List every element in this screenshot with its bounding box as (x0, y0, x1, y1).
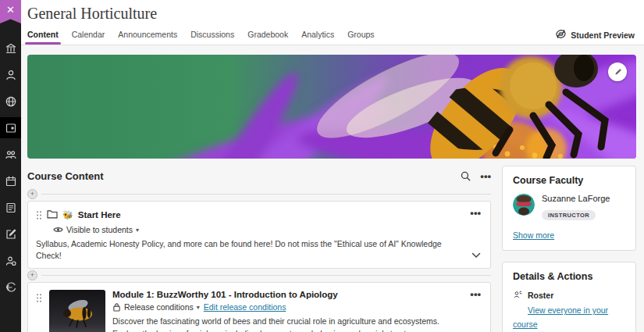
content-region: Course Content ••• + (21, 45, 644, 332)
tools-icon[interactable] (0, 250, 21, 271)
roster-link[interactable]: View everyone in your course (513, 305, 608, 329)
lock-icon (112, 302, 121, 312)
show-more-link[interactable]: Show more (513, 230, 554, 240)
course-banner-image (27, 55, 636, 159)
instructor-avatar (513, 194, 535, 216)
activity-stream-icon[interactable] (0, 91, 21, 112)
instructor-name: Suzanne LaForge (542, 194, 610, 203)
item-description: Syllabus, Academic Honesty Policy, and m… (36, 238, 467, 262)
drag-handle-icon[interactable] (36, 293, 42, 332)
content-item-start-here: ••• 🐝 Start Here (27, 201, 491, 269)
item-description: Discover the fascinating world of bees a… (112, 316, 467, 332)
content-item-module-1: ••• (27, 282, 491, 332)
add-content-icon[interactable]: + (27, 270, 37, 280)
courses-icon[interactable] (0, 117, 21, 138)
tab-content[interactable]: Content (27, 26, 59, 45)
release-conditions-dropdown[interactable]: Release conditions ▾ (112, 302, 200, 312)
course-content-more-icon[interactable]: ••• (480, 171, 491, 181)
instructor-role-badge: INSTRUCTOR (542, 210, 596, 220)
visibility-label: Visible to students (66, 225, 133, 234)
close-icon[interactable]: ✕ (0, 0, 21, 23)
course-faculty-panel: Course Faculty S (502, 166, 636, 251)
student-preview-label: Student Preview (571, 30, 635, 40)
student-preview-button[interactable]: Student Preview (555, 29, 635, 45)
item-title-link[interactable]: Module 1: BuzzWorthy 101 - Introduction … (112, 290, 467, 299)
edit-banner-button[interactable] (608, 62, 627, 81)
institution-icon[interactable] (0, 37, 21, 59)
tab-announcements[interactable]: Announcements (118, 26, 177, 45)
add-content-divider: + (27, 187, 491, 201)
add-content-icon[interactable]: + (27, 189, 37, 199)
add-content-divider: + (27, 269, 491, 282)
item-title-link[interactable]: Start Here (78, 210, 121, 220)
drag-handle-icon[interactable] (36, 210, 42, 220)
course-sidebar: Course Faculty S (502, 166, 636, 332)
tab-discussions[interactable]: Discussions (190, 26, 234, 45)
bee-banner-art (27, 55, 636, 159)
folder-icon (47, 208, 58, 222)
search-icon[interactable] (461, 171, 471, 181)
course-content-column: Course Content ••• + (27, 166, 491, 332)
roster-label: Roster (528, 291, 553, 300)
item-more-icon[interactable]: ••• (470, 289, 481, 299)
course-content-heading: Course Content (27, 170, 104, 182)
edit-release-conditions-link[interactable]: Edit release conditions (204, 302, 286, 312)
app-window: ✕ (0, 0, 644, 332)
details-actions-heading: Details & Actions (513, 271, 625, 282)
caret-down-icon: ▾ (197, 304, 200, 311)
tab-gradebook[interactable]: Gradebook (247, 26, 288, 45)
course-faculty-heading: Course Faculty (513, 175, 625, 186)
tab-list: Content Calendar Announcements Discussio… (27, 26, 375, 45)
eye-icon (53, 226, 63, 234)
expand-chevron-icon[interactable] (471, 248, 481, 262)
tab-analytics[interactable]: Analytics (301, 26, 334, 45)
profile-icon[interactable] (0, 64, 21, 85)
calendar-icon[interactable] (0, 170, 21, 191)
messages-icon[interactable] (0, 197, 21, 218)
roster-icon (513, 290, 523, 300)
base-navigation: ✕ (0, 0, 21, 332)
grades-icon[interactable] (0, 223, 21, 245)
course-content-header: Course Content ••• (27, 166, 491, 186)
student-preview-icon (555, 29, 567, 41)
main-area: General Horticulture Content Calendar An… (21, 0, 644, 332)
bee-emoji: 🐝 (62, 210, 73, 220)
tab-groups[interactable]: Groups (347, 26, 374, 45)
course-tabbar: Content Calendar Announcements Discussio… (21, 24, 644, 45)
sign-out-icon[interactable] (0, 277, 21, 298)
organizations-icon[interactable] (0, 144, 21, 165)
item-more-icon[interactable]: ••• (470, 208, 481, 218)
close-glyph: ✕ (6, 4, 15, 16)
page-header: General Horticulture (21, 0, 644, 24)
tab-calendar[interactable]: Calendar (72, 26, 105, 45)
page-title: General Horticulture (27, 5, 636, 23)
release-conditions-label: Release conditions (124, 302, 194, 312)
nav-icon-list (0, 37, 21, 303)
detail-item-roster: Roster View everyone in your course (513, 290, 625, 330)
pencil-icon (614, 68, 622, 77)
module-thumbnail-image (49, 290, 105, 332)
visibility-dropdown[interactable]: Visible to students ▾ (53, 225, 139, 234)
details-actions-panel: Details & Actions Roster View everyone i… (502, 262, 636, 332)
caret-down-icon: ▾ (136, 227, 139, 234)
